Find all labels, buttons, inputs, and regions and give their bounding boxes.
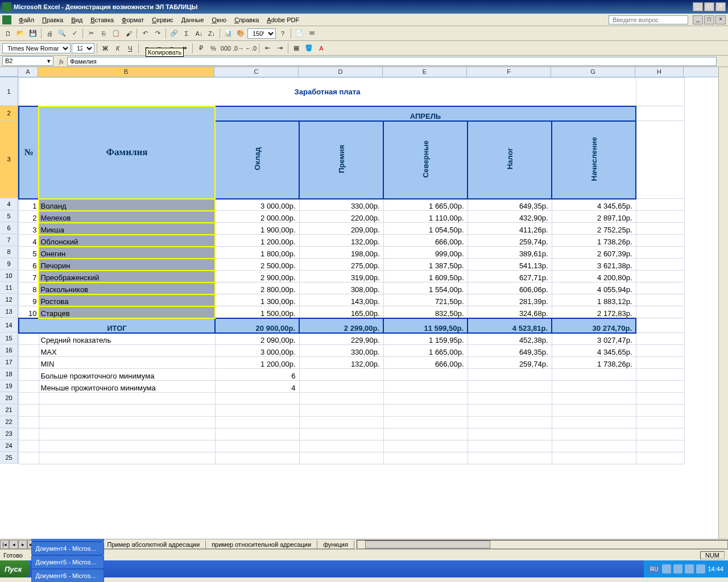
taskbar-item[interactable]: Документ5 - Micros… — [31, 555, 104, 569]
menu-формат[interactable]: Формат — [118, 15, 148, 24]
row-header-21[interactable]: 21 — [0, 404, 18, 416]
help-icon[interactable]: ? — [277, 28, 288, 39]
row-header-18[interactable]: 18 — [0, 368, 18, 380]
dec-decimal-icon[interactable]: ←.0 — [245, 43, 257, 54]
tab-prev[interactable]: ◂ — [9, 540, 18, 549]
tab-first[interactable]: |◂ — [0, 540, 9, 549]
format-painter-icon[interactable]: 🖌 — [123, 28, 134, 39]
col-header-G[interactable]: G — [551, 67, 635, 77]
open-icon[interactable]: 📂 — [15, 28, 26, 39]
chart-icon[interactable]: 📊 — [222, 28, 234, 39]
tab-next[interactable]: ▸ — [18, 540, 27, 549]
close-button[interactable]: × — [715, 2, 726, 11]
ask-question-box[interactable] — [609, 15, 688, 24]
preview-icon[interactable]: 🔍 — [56, 28, 68, 39]
col-header-H[interactable]: H — [635, 67, 684, 77]
link-icon[interactable]: 🔗 — [168, 28, 180, 39]
horizontal-scrollbar[interactable] — [357, 540, 728, 549]
row-header-16[interactable]: 16 — [0, 344, 18, 356]
row-header-7[interactable]: 7 — [0, 234, 18, 246]
row-header-19[interactable]: 19 — [0, 380, 18, 392]
fx-button[interactable]: fx — [56, 58, 67, 65]
select-all-corner[interactable] — [0, 67, 18, 77]
row-header-5[interactable]: 5 — [0, 210, 18, 222]
tray-icon[interactable] — [662, 564, 671, 573]
row-header-20[interactable]: 20 — [0, 392, 18, 404]
row-header-25[interactable]: 25 — [0, 452, 18, 464]
bold-button[interactable]: Ж — [100, 43, 111, 54]
workbook-restore[interactable]: □ — [704, 15, 714, 24]
sheet-tab-2[interactable]: Пример абсолютной адресации — [101, 541, 206, 549]
row-header-23[interactable]: 23 — [0, 428, 18, 440]
row-header-22[interactable]: 22 — [0, 416, 18, 428]
name-box[interactable]: B2▾ — [2, 56, 53, 66]
col-header-C[interactable]: C — [214, 67, 299, 77]
row-header-6[interactable]: 6 — [0, 222, 18, 234]
zoom-select[interactable]: 150% — [247, 28, 276, 39]
row-header-10[interactable]: 10 — [0, 270, 18, 282]
menu-файл[interactable]: Файл — [15, 15, 38, 24]
font-name-select[interactable]: Times New Roman — [2, 43, 71, 53]
tray-icon[interactable] — [673, 564, 682, 573]
italic-button[interactable]: К — [112, 43, 123, 54]
borders-icon[interactable]: ▦ — [291, 43, 302, 54]
row-header-3[interactable]: 3 — [0, 120, 18, 198]
spreadsheet-grid[interactable]: ABCDEFGH 1234567891011121314151617181920… — [0, 67, 728, 539]
new-icon[interactable]: 🗋 — [2, 28, 14, 39]
tray-icon[interactable] — [696, 564, 705, 573]
paste-icon[interactable]: 📋 — [110, 28, 122, 39]
row-header-11[interactable]: 11 — [0, 282, 18, 294]
print-icon[interactable]: 🖨 — [44, 28, 55, 39]
row-header-9[interactable]: 9 — [0, 258, 18, 270]
row-header-2[interactable]: 2 — [0, 106, 18, 120]
start-button[interactable]: Пуск — [0, 560, 30, 577]
menu-adobe pdf[interactable]: Adobe PDF — [263, 15, 303, 24]
menu-сервис[interactable]: Сервис — [148, 15, 177, 24]
sum-icon[interactable]: Σ — [181, 28, 192, 39]
row-header-24[interactable]: 24 — [0, 440, 18, 452]
font-color-icon[interactable]: A — [316, 43, 327, 54]
row-header-12[interactable]: 12 — [0, 294, 18, 306]
pdf-mail-icon[interactable]: ✉ — [306, 28, 317, 39]
tray-icon[interactable] — [685, 564, 694, 573]
restore-button[interactable]: □ — [704, 2, 714, 11]
row-header-1[interactable]: 1 — [0, 77, 18, 106]
taskbar-item[interactable]: Документ6 - Micros… — [31, 569, 104, 582]
redo-icon[interactable]: ↷ — [152, 28, 163, 39]
cut-icon[interactable]: ✂ — [85, 28, 97, 39]
menu-правка[interactable]: Правка — [38, 15, 67, 24]
menu-окно[interactable]: Окно — [208, 15, 231, 24]
sort-desc-icon[interactable]: Z↓ — [206, 28, 217, 39]
comma-icon[interactable]: 000 — [220, 43, 231, 54]
row-header-14[interactable]: 14 — [0, 318, 18, 332]
undo-icon[interactable]: ↶ — [139, 28, 151, 39]
sort-asc-icon[interactable]: A↓ — [193, 28, 205, 39]
dec-indent-icon[interactable]: ⇤ — [262, 43, 273, 54]
workbook-minimize[interactable]: _ — [693, 15, 703, 24]
fill-color-icon[interactable]: 🪣 — [303, 43, 315, 54]
drawing-icon[interactable]: 🎨 — [235, 28, 246, 39]
taskbar-item[interactable]: Документ4 - Micros… — [31, 542, 104, 555]
sheet-tab-3[interactable]: пример относительной адресации — [205, 541, 317, 549]
system-tray[interactable]: RU 14:44 — [644, 560, 728, 577]
percent-icon[interactable]: % — [208, 43, 219, 54]
workbook-close[interactable]: × — [715, 15, 726, 24]
lang-indicator[interactable]: RU — [648, 566, 660, 573]
menu-вставка[interactable]: Вставка — [86, 15, 118, 24]
pdf-icon[interactable]: 📄 — [293, 28, 305, 39]
clock[interactable]: 14:44 — [708, 566, 723, 572]
inc-decimal-icon[interactable]: .0→ — [233, 43, 244, 54]
row-header-4[interactable]: 4 — [0, 198, 18, 210]
vertical-scrollbar[interactable] — [718, 67, 728, 539]
row-header-17[interactable]: 17 — [0, 356, 18, 368]
row-header-8[interactable]: 8 — [0, 246, 18, 258]
copy-icon[interactable]: ⎘ — [98, 28, 109, 39]
col-header-A[interactable]: A — [18, 67, 38, 77]
currency-icon[interactable]: ₽ — [195, 43, 206, 54]
sheet-tab-4[interactable]: функция — [317, 541, 354, 549]
menu-данные[interactable]: Данные — [177, 15, 208, 24]
col-header-F[interactable]: F — [467, 67, 551, 77]
underline-button[interactable]: Ч — [125, 43, 136, 54]
save-icon[interactable]: 💾 — [27, 28, 39, 39]
menu-справка[interactable]: Справка — [230, 15, 263, 24]
